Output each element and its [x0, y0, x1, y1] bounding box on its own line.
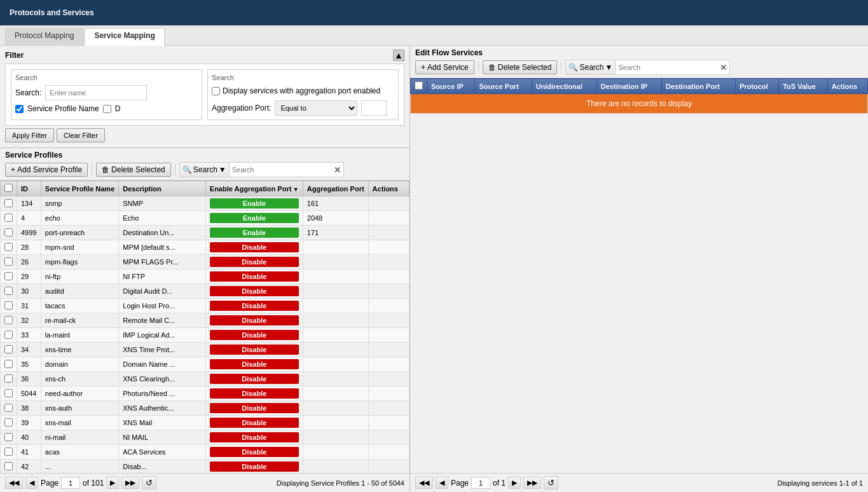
sp-select-all-checkbox[interactable] — [4, 184, 13, 192]
filter-checkbox-service-profile[interactable] — [15, 105, 24, 113]
filter-agg-port-value-input[interactable] — [361, 100, 387, 116]
sp-row-checkbox[interactable] — [4, 228, 13, 236]
sp-row-agg-port: 161 — [303, 196, 368, 211]
sp-of-pages: of 101 — [83, 479, 104, 488]
filter-agg-port-select[interactable]: Equal to — [275, 100, 357, 116]
sp-row-enable-agg: Disable — [205, 255, 303, 270]
sp-row-agg-port: 171 — [303, 226, 368, 240]
sp-row-description: ACA Services — [119, 445, 206, 460]
filter-checkbox-d[interactable] — [103, 105, 111, 113]
sp-row-actions — [368, 445, 409, 460]
sp-row-id: 42 — [17, 460, 41, 474]
efs-col-dest-port: Destination Port — [662, 79, 736, 94]
sp-search-button[interactable]: 🔍 Search ▼ — [180, 163, 230, 177]
sp-row-checkbox[interactable] — [4, 301, 13, 310]
efs-delete-button[interactable]: 🗑 Delete Selected — [483, 60, 558, 74]
efs-no-records-row: There are no records to display — [411, 94, 868, 114]
efs-search-clear-button[interactable]: ✕ — [717, 63, 729, 72]
sp-row-description: XNS Time Prot... — [119, 343, 206, 357]
efs-delete-icon: 🗑 — [488, 63, 496, 72]
sp-row-checkbox[interactable] — [4, 389, 13, 397]
sp-prev-page-button[interactable]: ◀ — [25, 477, 38, 489]
service-profiles-table-container: ID Service Profile Name Description Enab… — [0, 181, 410, 473]
sp-row-name: ni-mail — [41, 430, 118, 445]
sp-row-enable-agg: Disable — [205, 372, 303, 386]
efs-next-page-button[interactable]: ▶ — [508, 477, 521, 489]
efs-search-button[interactable]: 🔍 Search ▼ — [566, 60, 616, 74]
sp-page-input[interactable] — [61, 477, 80, 489]
sp-row-checkbox[interactable] — [4, 448, 13, 456]
sp-row-checkbox[interactable] — [4, 287, 13, 295]
sp-row-checkbox[interactable] — [4, 272, 13, 280]
sp-row-name: xns-time — [41, 343, 118, 357]
sp-row-checkbox[interactable] — [4, 374, 13, 383]
sp-col-enable-agg[interactable]: Enable Aggregation Port — [205, 181, 303, 196]
sp-row-checkbox[interactable] — [4, 243, 13, 251]
sp-row-name: acas — [41, 445, 118, 460]
table-row: 30 auditd Digital Audit D... Disable — [1, 284, 410, 299]
sp-row-checkbox[interactable] — [4, 433, 13, 441]
clear-filter-button[interactable]: Clear Filter — [57, 128, 105, 142]
sp-first-page-button[interactable]: ◀◀ — [5, 477, 23, 489]
sp-pagination-info: Displaying Service Profiles 1 - 50 of 50… — [277, 479, 404, 487]
apply-filter-button[interactable]: Apply Filter — [5, 128, 54, 142]
efs-search-group: 🔍 Search ▼ ✕ — [565, 60, 730, 75]
sp-col-actions: Actions — [368, 181, 409, 196]
sp-row-checkbox[interactable] — [4, 316, 13, 324]
efs-first-page-button[interactable]: ◀◀ — [415, 477, 433, 489]
tab-protocol-mapping[interactable]: Protocol Mapping — [5, 28, 83, 45]
table-row: 38 xns-auth XNS Authentic... Disable — [1, 401, 410, 416]
filter-search-label: Search: — [15, 88, 41, 97]
sp-row-description: XNS Clearingh... — [119, 372, 206, 386]
efs-select-all-checkbox[interactable] — [415, 81, 423, 90]
add-service-button[interactable]: + Add Service — [415, 60, 474, 74]
add-service-profile-button[interactable]: + Add Service Profile — [5, 163, 88, 177]
efs-page-input[interactable] — [471, 477, 490, 489]
sp-row-description: Photuris/Need ... — [119, 386, 206, 401]
sp-row-actions — [368, 255, 409, 270]
filter-title: Filter — [5, 51, 24, 60]
sp-row-actions — [368, 343, 409, 357]
sp-row-checkbox[interactable] — [4, 199, 13, 207]
sp-row-agg-port — [303, 372, 368, 386]
filter-checkbox-service-profile-label: Service Profile Name — [27, 104, 99, 113]
delete-selected-button[interactable]: 🗑 Delete Selected — [96, 163, 171, 177]
sp-search-clear-button[interactable]: ✕ — [331, 165, 343, 175]
sp-refresh-button[interactable]: ↺ — [142, 476, 156, 489]
sp-row-checkbox[interactable] — [4, 462, 13, 470]
tab-service-mapping[interactable]: Service Mapping — [85, 28, 164, 46]
sp-next-page-button[interactable]: ▶ — [106, 477, 119, 489]
filter-search-input[interactable] — [45, 85, 147, 100]
sp-row-checkbox[interactable] — [4, 214, 13, 222]
efs-prev-page-button[interactable]: ◀ — [436, 477, 448, 489]
filter-display-services-label: Display services with aggregation port e… — [223, 86, 380, 95]
sp-row-name: domain — [41, 357, 118, 372]
sp-last-page-button[interactable]: ▶▶ — [121, 477, 139, 489]
sp-search-input[interactable] — [230, 163, 331, 177]
sp-row-actions — [368, 357, 409, 372]
sp-row-actions — [368, 284, 409, 299]
efs-last-page-button[interactable]: ▶▶ — [523, 477, 541, 489]
sp-row-checkbox[interactable] — [4, 360, 13, 368]
sp-row-id: 36 — [17, 372, 41, 386]
sp-row-id: 28 — [17, 240, 41, 255]
sp-row-checkbox[interactable] — [4, 257, 13, 266]
sp-row-checkbox[interactable] — [4, 418, 13, 427]
table-row: 33 la-maint IMP Logical Ad... Disable — [1, 328, 410, 343]
table-row: 29 ni-ftp NI FTP Disable — [1, 270, 410, 284]
delete-icon: 🗑 — [102, 165, 109, 174]
add-icon: + — [11, 165, 15, 174]
sp-row-checkbox[interactable] — [4, 345, 13, 353]
efs-col-dest-ip: Destination IP — [596, 79, 661, 94]
sp-row-checkbox[interactable] — [4, 331, 13, 339]
sp-row-enable-agg: Disable — [205, 299, 303, 313]
sp-row-agg-port — [303, 343, 368, 357]
filter-collapse-button[interactable]: ▲ — [393, 50, 404, 61]
filter-display-services-checkbox[interactable] — [212, 87, 220, 95]
sp-row-id: 39 — [17, 416, 41, 430]
sp-row-checkbox[interactable] — [4, 404, 13, 412]
sp-row-actions — [368, 240, 409, 255]
efs-refresh-button[interactable]: ↺ — [544, 476, 558, 489]
efs-search-input[interactable] — [616, 60, 717, 74]
sp-row-name: la-maint — [41, 328, 118, 343]
